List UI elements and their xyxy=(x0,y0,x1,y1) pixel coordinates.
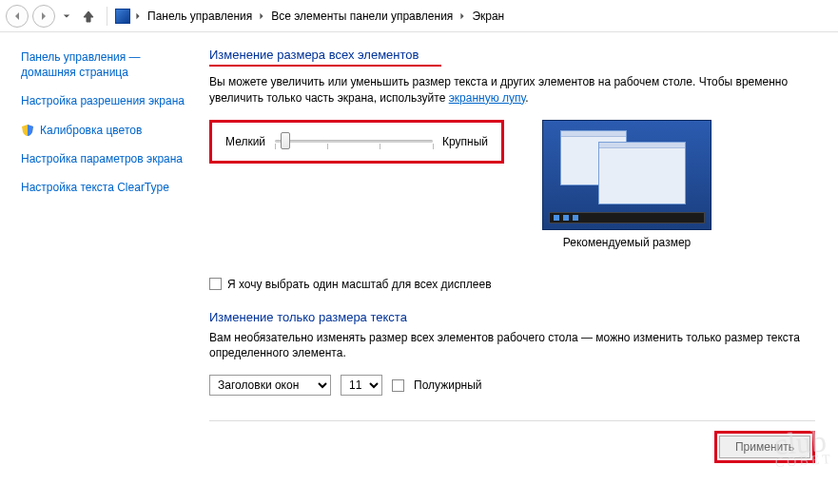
arrow-up-icon xyxy=(82,10,95,23)
heading-text-only: Изменение только размера текста xyxy=(209,310,815,324)
arrow-left-icon xyxy=(12,11,22,21)
sidebar-home-line1: Панель управления — xyxy=(21,50,141,64)
preview-caption: Рекомендуемый размер xyxy=(542,236,711,249)
single-scale-label: Я хочу выбрать один масштаб для всех дис… xyxy=(227,278,492,291)
heading-resize-all: Изменение размера всех элементов xyxy=(209,48,441,67)
text-element-select[interactable]: Заголовки окон xyxy=(209,375,331,396)
sidebar-link-resolution[interactable]: Настройка разрешения экрана xyxy=(21,93,186,108)
display-preview xyxy=(542,120,711,230)
description: Вы можете увеличить или уменьшить размер… xyxy=(209,74,815,107)
sidebar-link-calibration[interactable]: Калибровка цветов xyxy=(40,123,142,138)
chevron-right-icon xyxy=(258,10,265,23)
sidebar-home-link[interactable]: Панель управления — домашняя страница xyxy=(21,49,186,80)
slider-min-label: Мелкий xyxy=(225,135,265,148)
control-panel-icon xyxy=(115,9,130,24)
size-slider[interactable] xyxy=(275,132,433,151)
description-text-only: Вам необязательно изменять размер всех э… xyxy=(209,330,815,362)
breadcrumb-segment[interactable]: Все элементы панели управления xyxy=(267,8,457,25)
separator xyxy=(107,7,107,26)
bold-checkbox[interactable] xyxy=(392,379,404,392)
sidebar-link-cleartype[interactable]: Настройка текста ClearType xyxy=(21,180,186,195)
apply-button[interactable]: Применить xyxy=(719,436,810,458)
forward-button[interactable] xyxy=(32,5,55,28)
history-dropdown[interactable] xyxy=(59,12,74,20)
footer: Применить xyxy=(209,420,815,463)
desc-text-end: . xyxy=(525,91,528,105)
back-button[interactable] xyxy=(6,5,29,28)
content: Изменение размера всех элементов Вы може… xyxy=(196,32,838,504)
up-button[interactable] xyxy=(78,6,99,27)
arrow-right-icon xyxy=(39,11,49,21)
toolbar: Панель управления Все элементы панели уп… xyxy=(0,0,838,32)
breadcrumb: Панель управления Все элементы панели уп… xyxy=(115,8,508,25)
chevron-right-icon xyxy=(458,10,466,23)
shield-icon xyxy=(21,124,34,137)
slider-max-label: Крупный xyxy=(442,135,488,148)
sidebar-home-line2: домашняя страница xyxy=(21,66,128,79)
breadcrumb-segment[interactable]: Панель управления xyxy=(144,8,256,25)
sidebar: Панель управления — домашняя страница На… xyxy=(0,32,196,504)
chevron-down-icon xyxy=(63,12,70,20)
slider-thumb[interactable] xyxy=(281,132,290,149)
apply-button-highlight: Применить xyxy=(714,431,815,463)
text-size-select[interactable]: 11 xyxy=(341,375,382,396)
magnifier-link[interactable]: экранную лупу xyxy=(449,91,526,105)
single-scale-checkbox[interactable] xyxy=(209,278,222,290)
bold-label: Полужирный xyxy=(414,378,482,392)
sidebar-link-display-settings[interactable]: Настройка параметров экрана xyxy=(21,151,186,166)
size-slider-highlight: Мелкий Крупный xyxy=(209,120,504,164)
chevron-right-icon xyxy=(134,10,142,23)
breadcrumb-segment[interactable]: Экран xyxy=(468,8,508,25)
